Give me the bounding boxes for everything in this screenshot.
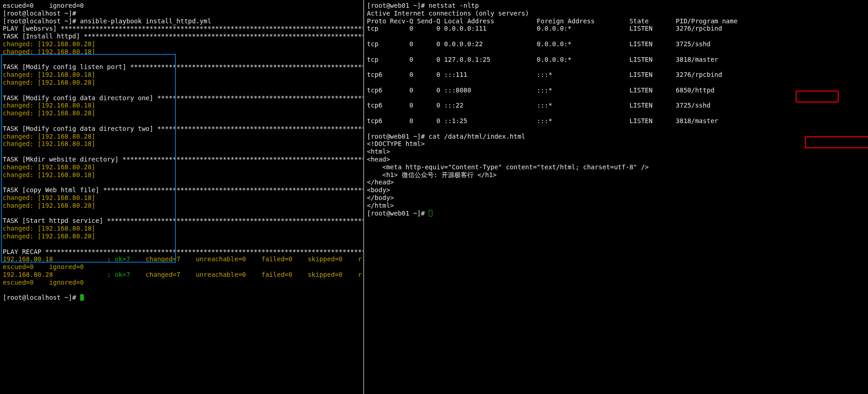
task-changed-line: changed: [192.168.80.18] bbox=[3, 71, 360, 79]
netstat-row: tcp 0 0 127.0.0.1:25 0.0.0.0:* LISTEN 38… bbox=[367, 56, 865, 64]
recap-row: 192.168.80.28 : ok=7 changed=7 unreachab… bbox=[3, 271, 360, 279]
terminal-right-pane[interactable]: [root@web01 ~]# netstat -nltp Active Int… bbox=[364, 0, 868, 394]
command-arg: /data/html/index.html bbox=[444, 133, 525, 140]
blank-line bbox=[367, 48, 865, 56]
recap-ok: ok=7 bbox=[115, 271, 130, 278]
file-content-line: <html> bbox=[367, 148, 865, 156]
blank-line bbox=[3, 117, 360, 125]
html-output-area: <!DOCTYPE html><html><head> <meta http-e… bbox=[367, 140, 865, 209]
file-content-line: <head> bbox=[367, 156, 865, 163]
task-changed-line: changed: [192.168.80.28] bbox=[3, 109, 360, 117]
output-line: Active Internet connections (only server… bbox=[367, 10, 865, 17]
command-line: [root@web01 ~]# netstat -nltp bbox=[367, 2, 865, 10]
blank-line bbox=[3, 210, 360, 217]
blank-line bbox=[3, 178, 360, 186]
netstat-row: tcp 0 0 0.0.0.0:111 0.0.0.0:* LISTEN 327… bbox=[367, 25, 865, 32]
cursor-icon bbox=[80, 294, 84, 301]
blank-line bbox=[367, 109, 865, 117]
recap-ok: ok=7 bbox=[115, 255, 130, 263]
task-changed-line: changed: [192.168.80.28] bbox=[3, 133, 360, 140]
cursor-icon bbox=[429, 210, 432, 216]
output-line: escued=0 ignored=0 bbox=[3, 2, 360, 10]
task-changed-line: changed: [192.168.80.18] bbox=[3, 225, 360, 232]
recap-area: 192.168.80.18 : ok=7 changed=7 unreachab… bbox=[3, 255, 360, 286]
recap-row: 192.168.80.18 : ok=7 changed=7 unreachab… bbox=[3, 255, 360, 263]
recap-host: 192.168.80.28 : bbox=[3, 271, 115, 278]
recap-header: PLAY RECAP *****************************… bbox=[3, 248, 360, 256]
task-changed-line: changed: [192.168.80.18] bbox=[3, 171, 360, 179]
netstat-row: tcp 0 0 0.0.0.0:22 0.0.0.0:* LISTEN 3725… bbox=[367, 40, 865, 48]
netstat-row: tcp6 0 0 :::8080 :::* LISTEN 6850/httpd bbox=[367, 86, 865, 94]
task-header: TASK [Start httpd service] *************… bbox=[3, 217, 360, 225]
blank-line bbox=[3, 286, 360, 294]
play-header: PLAY [websrvs] *************************… bbox=[3, 25, 360, 32]
task-header: TASK [copy Web html file] **************… bbox=[3, 186, 360, 194]
file-content-line: <h1> 微信公众号: 开源极客行 </h1> bbox=[367, 171, 865, 179]
task-changed-line: changed: [192.168.80.28] bbox=[3, 40, 360, 48]
blank-line bbox=[3, 148, 360, 156]
task-changed-line: changed: [192.168.80.18] bbox=[3, 194, 360, 202]
recap-wrap: escued=0 ignored=0 bbox=[3, 263, 360, 271]
prompt-prefix: [root@localhost ~]# bbox=[3, 294, 80, 301]
task-header: TASK [Modify config data directory one] … bbox=[3, 94, 360, 102]
task-header: TASK [Modify config listen port] *******… bbox=[3, 63, 360, 71]
netstat-row: tcp6 0 0 :::22 :::* LISTEN 3725/sshd bbox=[367, 102, 865, 109]
command-line: [root@localhost ~]# ansible-playbook ins… bbox=[3, 17, 360, 25]
blank-line bbox=[367, 63, 865, 71]
task-changed-line: changed: [192.168.80.28] bbox=[3, 163, 360, 171]
task-changed-line: changed: [192.168.80.18] bbox=[3, 48, 360, 56]
task-changed-line: changed: [192.168.80.28] bbox=[3, 202, 360, 210]
recap-stats: changed=7 unreachable=0 failed=0 skipped… bbox=[130, 255, 362, 263]
task-header: TASK [Modify config data directory two] … bbox=[3, 125, 360, 133]
netstat-row: tcp6 0 0 :::111 :::* LISTEN 3276/rpcbind bbox=[367, 71, 865, 79]
file-content-line: </html> bbox=[367, 202, 865, 210]
recap-host: 192.168.80.18 : bbox=[3, 255, 115, 263]
blank-line bbox=[3, 240, 360, 248]
recap-wrap: escued=0 ignored=0 bbox=[3, 279, 360, 286]
task-changed-line: changed: [192.168.80.28] bbox=[3, 79, 360, 86]
command-text: cat bbox=[429, 133, 444, 140]
file-content-line: </body> bbox=[367, 194, 865, 202]
command-text: ansible-playbook install_httpd.yml bbox=[80, 17, 212, 25]
task-changed-line: changed: [192.168.80.28] bbox=[3, 232, 360, 240]
prompt-prefix: [root@web01 ~]# bbox=[367, 210, 429, 217]
blank-line bbox=[367, 94, 865, 102]
terminal-left-pane[interactable]: escued=0 ignored=0 [root@localhost ~]# [… bbox=[0, 0, 364, 394]
netstat-area: tcp 0 0 0.0.0.0:111 0.0.0.0:* LISTEN 327… bbox=[367, 25, 865, 132]
task-header: TASK [Install httpd] *******************… bbox=[3, 32, 360, 40]
tasks-area: TASK [Install httpd] *******************… bbox=[3, 32, 360, 248]
final-prompt[interactable]: [root@web01 ~]# bbox=[367, 210, 865, 217]
file-content-line: <meta http-equiv="Content-Type" content=… bbox=[367, 163, 865, 171]
blank-line bbox=[367, 32, 865, 40]
task-header: TASK [Mkdir website directory] *********… bbox=[3, 156, 360, 163]
recap-stats: changed=7 unreachable=0 failed=0 skipped… bbox=[130, 271, 362, 278]
netstat-header: Proto Recv-Q Send-Q Local Address Foreig… bbox=[367, 17, 865, 25]
blank-line bbox=[367, 79, 865, 86]
blank-line bbox=[3, 56, 360, 64]
command-line: [root@web01 ~]# cat /data/html/index.htm… bbox=[367, 133, 865, 140]
blank-line bbox=[3, 86, 360, 94]
prompt-prefix: [root@localhost ~]# bbox=[3, 17, 80, 25]
task-changed-line: changed: [192.168.80.18] bbox=[3, 140, 360, 148]
prompt-prefix: [root@web01 ~]# bbox=[367, 2, 429, 9]
prompt-prefix: [root@web01 ~]# bbox=[367, 133, 429, 140]
file-content-line: </head> bbox=[367, 178, 865, 186]
netstat-row: tcp6 0 0 ::1:25 :::* LISTEN 3818/master bbox=[367, 117, 865, 125]
command-text: netstat -nltp bbox=[429, 2, 479, 9]
final-prompt[interactable]: [root@localhost ~]# bbox=[3, 294, 360, 302]
terminal-container: escued=0 ignored=0 [root@localhost ~]# [… bbox=[0, 0, 868, 394]
file-content-line: <body> bbox=[367, 186, 865, 194]
prompt-line: [root@localhost ~]# bbox=[3, 10, 360, 17]
file-content-line: <!DOCTYPE html> bbox=[367, 140, 865, 148]
task-changed-line: changed: [192.168.80.18] bbox=[3, 102, 360, 109]
blank-line bbox=[367, 125, 865, 133]
